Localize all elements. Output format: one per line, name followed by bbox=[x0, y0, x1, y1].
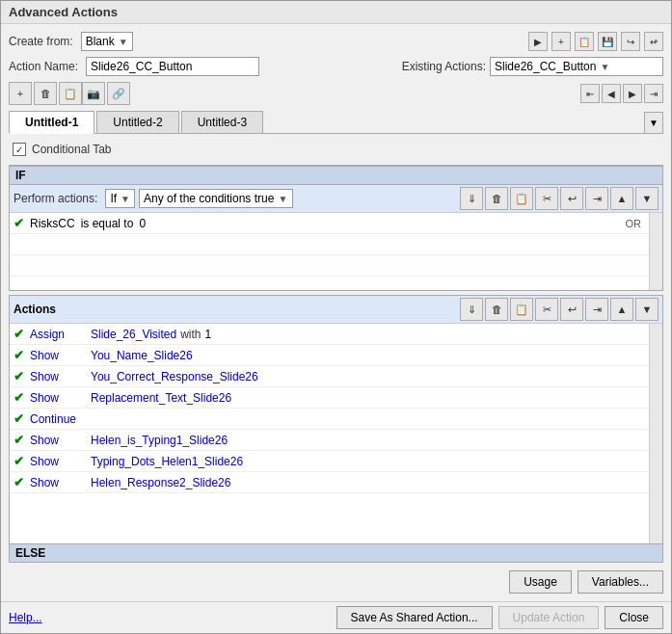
if-var-0: RisksCC bbox=[30, 217, 75, 230]
action-check-icon-5: ✔ bbox=[13, 433, 24, 447]
usage-btn[interactable]: Usage bbox=[509, 570, 572, 594]
import-btn[interactable]: ↪ bbox=[621, 32, 640, 51]
action-target-0[interactable]: Slide_26_Visited bbox=[91, 328, 176, 341]
prev-nav-btn[interactable]: ◀ bbox=[602, 84, 621, 103]
copy-btn[interactable]: 📋 bbox=[575, 32, 594, 51]
if-condition-row-0: ✔ RisksCC is equal to 0 OR bbox=[10, 213, 649, 234]
action-row-4: ✔Continue bbox=[10, 409, 649, 430]
action-name-input[interactable] bbox=[86, 57, 259, 76]
act-delete-btn[interactable]: 🗑 bbox=[485, 298, 508, 321]
if-undo-btn[interactable]: ↩ bbox=[560, 187, 583, 210]
action-verb-1[interactable]: Show bbox=[30, 349, 83, 362]
create-from-dropdown[interactable]: Blank ▼ bbox=[81, 32, 133, 51]
action-row-1: ✔ShowYou_Name_Slide26 bbox=[10, 345, 649, 366]
tab-more-btn[interactable]: ▼ bbox=[644, 112, 663, 133]
if-condition-row-1 bbox=[10, 234, 649, 255]
conditions-dropdown[interactable]: Any of the conditions true ▼ bbox=[139, 189, 293, 208]
action-row-3: ✔ShowReplacement_Text_Slide26 bbox=[10, 387, 649, 409]
export-btn[interactable]: ↫ bbox=[644, 32, 663, 51]
if-add-btn[interactable]: ⇓ bbox=[460, 187, 483, 210]
add-btn[interactable]: + bbox=[551, 32, 571, 51]
action-verb-5[interactable]: Show bbox=[30, 434, 83, 447]
help-link[interactable]: Help... bbox=[9, 611, 42, 624]
link-btn[interactable]: 🔗 bbox=[107, 82, 130, 105]
action-check-icon-4: ✔ bbox=[13, 411, 24, 426]
advanced-actions-dialog: Advanced Actions Create from: Blank ▼ ▶ … bbox=[0, 0, 672, 634]
dialog-title: Advanced Actions bbox=[9, 5, 118, 19]
close-btn[interactable]: Close bbox=[605, 606, 663, 629]
preview-btn[interactable]: 📷 bbox=[82, 82, 105, 105]
action-target-2[interactable]: You_Correct_Response_Slide26 bbox=[91, 370, 258, 383]
perform-actions-dropdown[interactable]: If ▼ bbox=[105, 189, 135, 208]
action-target-3[interactable]: Replacement_Text_Slide26 bbox=[91, 391, 231, 405]
actions-list: ✔AssignSlide_26_Visited with 1✔ShowYou_N… bbox=[10, 324, 649, 543]
variables-btn[interactable]: Variables... bbox=[578, 570, 663, 594]
tab-untitled-1[interactable]: Untitled-1 bbox=[9, 111, 94, 134]
action-verb-3[interactable]: Show bbox=[30, 391, 83, 405]
tab-untitled-2[interactable]: Untitled-2 bbox=[96, 111, 178, 133]
actions-label: Actions bbox=[13, 303, 56, 316]
action-check-icon-3: ✔ bbox=[13, 390, 24, 405]
actions-toolbar: Actions ⇓ 🗑 📋 ✂ ↩ ⇥ ▲ ▼ bbox=[10, 296, 662, 324]
action-verb-2[interactable]: Show bbox=[30, 370, 83, 383]
last-nav-btn[interactable]: ⇥ bbox=[644, 84, 663, 103]
save-shared-btn[interactable]: Save As Shared Action... bbox=[336, 606, 493, 629]
action-target-6[interactable]: Typing_Dots_Helen1_Slide26 bbox=[91, 455, 243, 468]
conditional-tab-checkbox[interactable]: ✓ bbox=[13, 143, 26, 156]
action-row-2: ✔ShowYou_Correct_Response_Slide26 bbox=[10, 366, 649, 387]
action-verb-4[interactable]: Continue bbox=[30, 412, 83, 426]
action-row-5: ✔ShowHelen_is_Typing1_Slide26 bbox=[10, 430, 649, 451]
if-op-0: is equal to bbox=[81, 217, 134, 230]
if-scrollbar[interactable] bbox=[649, 213, 662, 290]
conditional-tab-row: ✓ Conditional Tab bbox=[9, 140, 663, 159]
add-condition-btn[interactable]: + bbox=[9, 82, 32, 105]
action-check-icon-0: ✔ bbox=[13, 327, 24, 341]
if-delete-btn[interactable]: 🗑 bbox=[485, 187, 508, 210]
action-name-label: Action Name: bbox=[9, 60, 78, 73]
if-indent-btn[interactable]: ⇥ bbox=[585, 187, 608, 210]
conditional-tab-label: Conditional Tab bbox=[32, 143, 112, 156]
action-row-0: ✔AssignSlide_26_Visited with 1 bbox=[10, 324, 649, 345]
action-target-5[interactable]: Helen_is_Typing1_Slide26 bbox=[91, 434, 228, 447]
action-verb-0[interactable]: Assign bbox=[30, 328, 83, 341]
action-row-6: ✔ShowTyping_Dots_Helen1_Slide26 bbox=[10, 451, 649, 472]
action-with-0: with bbox=[180, 328, 201, 341]
play-btn[interactable]: ▶ bbox=[528, 32, 548, 51]
if-copy-btn[interactable]: 📋 bbox=[510, 187, 533, 210]
perform-actions-label: Perform actions: bbox=[13, 192, 97, 205]
existing-actions-label: Existing Actions: bbox=[402, 60, 486, 73]
else-section: ELSE bbox=[9, 544, 663, 563]
if-down-btn[interactable]: ▼ bbox=[635, 187, 659, 210]
if-toolbar: Perform actions: If ▼ Any of the conditi… bbox=[10, 185, 662, 213]
delete-condition-btn[interactable]: 🗑 bbox=[34, 82, 57, 105]
delete-btn[interactable]: 💾 bbox=[598, 32, 617, 51]
footer-buttons: Save As Shared Action... Update Action C… bbox=[336, 606, 664, 629]
action-verb-6[interactable]: Show bbox=[30, 455, 83, 468]
if-or-label-0: OR bbox=[626, 218, 646, 229]
if-cut-btn[interactable]: ✂ bbox=[535, 187, 558, 210]
existing-actions-dropdown[interactable]: Slide26_CC_Button ▼ bbox=[490, 57, 663, 76]
action-val-0: 1 bbox=[205, 328, 212, 341]
act-undo-btn[interactable]: ↩ bbox=[560, 298, 583, 321]
duplicate-condition-btn[interactable]: 📋 bbox=[59, 82, 82, 105]
act-down-btn[interactable]: ▼ bbox=[635, 298, 659, 321]
action-target-7[interactable]: Helen_Response2_Slide26 bbox=[91, 476, 230, 489]
next-nav-btn[interactable]: ▶ bbox=[623, 84, 642, 103]
action-check-icon-7: ✔ bbox=[13, 475, 24, 489]
create-from-label: Create from: bbox=[9, 35, 73, 48]
act-copy-btn[interactable]: 📋 bbox=[510, 298, 533, 321]
existing-arrow-icon: ▼ bbox=[600, 62, 609, 72]
action-verb-7[interactable]: Show bbox=[30, 476, 83, 489]
perform-actions-arrow-icon: ▼ bbox=[121, 194, 130, 204]
act-up-btn[interactable]: ▲ bbox=[610, 298, 633, 321]
act-indent-btn[interactable]: ⇥ bbox=[585, 298, 608, 321]
action-check-icon-6: ✔ bbox=[13, 454, 24, 468]
if-up-btn[interactable]: ▲ bbox=[610, 187, 633, 210]
actions-scrollbar[interactable] bbox=[649, 324, 662, 543]
action-target-1[interactable]: You_Name_Slide26 bbox=[91, 349, 193, 362]
action-check-icon-2: ✔ bbox=[13, 369, 24, 383]
tab-untitled-3[interactable]: Untitled-3 bbox=[181, 111, 263, 133]
act-cut-btn[interactable]: ✂ bbox=[535, 298, 558, 321]
act-add-btn[interactable]: ⇓ bbox=[460, 298, 483, 321]
first-nav-btn[interactable]: ⇤ bbox=[580, 84, 600, 103]
